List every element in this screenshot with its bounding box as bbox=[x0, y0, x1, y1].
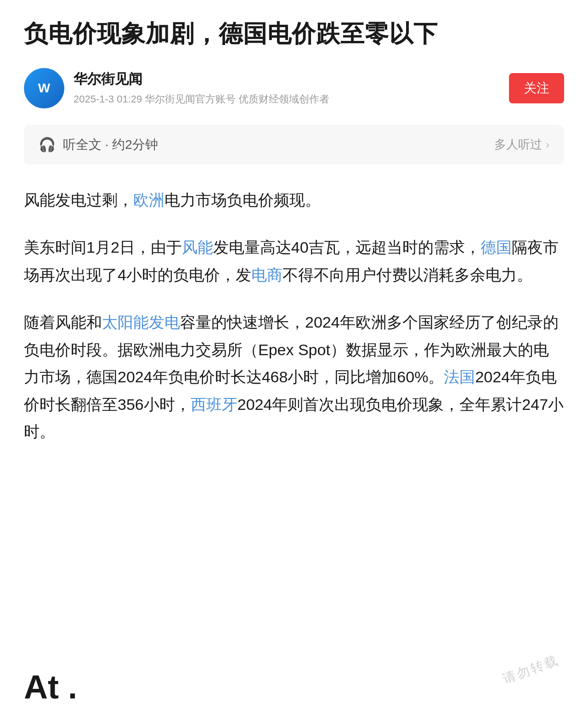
headphone-icon: 🎧 bbox=[39, 136, 56, 153]
link-spain[interactable]: 西班牙 bbox=[191, 396, 237, 413]
author-info: 华尔街见闻 2025-1-3 01:29 华尔街见闻官方账号 优质财经领域创作者 bbox=[74, 70, 500, 106]
link-europe[interactable]: 欧洲 bbox=[133, 191, 164, 209]
link-france[interactable]: 法国 bbox=[444, 368, 475, 386]
p2-text1: 美东时间1月2日，由于 bbox=[24, 238, 182, 256]
p2-text4: 不得不向用户付费以消耗多余电力。 bbox=[283, 266, 532, 284]
author-meta: 2025-1-3 01:29 华尔街见闻官方账号 优质财经领域创作者 bbox=[74, 92, 500, 106]
link-electricity-merchant[interactable]: 电商 bbox=[251, 266, 283, 284]
paragraph-2: 美东时间1月2日，由于风能发电量高达40吉瓦，远超当时的需求，德国隔夜市场再次出… bbox=[24, 234, 564, 289]
author-section: W 华尔街见闻 2025-1-3 01:29 华尔街见闻官方账号 优质财经领域创… bbox=[24, 68, 564, 108]
audio-left: 🎧 听全文 · 约2分钟 bbox=[39, 136, 158, 153]
p1-text2: 电力市场负电价频现。 bbox=[164, 191, 321, 209]
paragraph-1: 风能发电过剩，欧洲电力市场负电价频现。 bbox=[24, 187, 564, 214]
follow-button[interactable]: 关注 bbox=[509, 73, 564, 103]
article-container: 负电价现象加剧，德国电价跌至零以下 W 华尔街见闻 2025-1-3 01:29… bbox=[0, 0, 588, 494]
link-solar-energy[interactable]: 太阳能发电 bbox=[102, 313, 180, 331]
audio-bar[interactable]: 🎧 听全文 · 约2分钟 多人听过 › bbox=[24, 125, 564, 165]
watermark: 请勿转载 bbox=[500, 651, 561, 687]
listeners-label: 多人听过 bbox=[494, 136, 542, 153]
p1-text1: 风能发电过剩， bbox=[24, 191, 133, 209]
audio-right[interactable]: 多人听过 › bbox=[494, 136, 549, 153]
article-title: 负电价现象加剧，德国电价跌至零以下 bbox=[24, 18, 564, 50]
author-name: 华尔街见闻 bbox=[74, 70, 500, 89]
audio-label: 听全文 · 约2分钟 bbox=[63, 136, 158, 153]
paragraph-3: 随着风能和太阳能发电容量的快速增长，2024年欧洲多个国家经历了创纪录的负电价时… bbox=[24, 309, 564, 446]
p3-text1: 随着风能和 bbox=[24, 313, 102, 331]
link-wind-energy[interactable]: 风能 bbox=[182, 238, 213, 256]
avatar-initials: W bbox=[38, 81, 50, 96]
p2-text2: 发电量高达40吉瓦，远超当时的需求， bbox=[213, 238, 481, 256]
author-avatar[interactable]: W bbox=[24, 68, 64, 108]
link-germany[interactable]: 德国 bbox=[481, 238, 512, 256]
article-body: 风能发电过剩，欧洲电力市场负电价频现。 美东时间1月2日，由于风能发电量高达40… bbox=[24, 187, 564, 446]
bottom-large-text: At . bbox=[24, 668, 77, 706]
chevron-icon: › bbox=[546, 138, 549, 151]
